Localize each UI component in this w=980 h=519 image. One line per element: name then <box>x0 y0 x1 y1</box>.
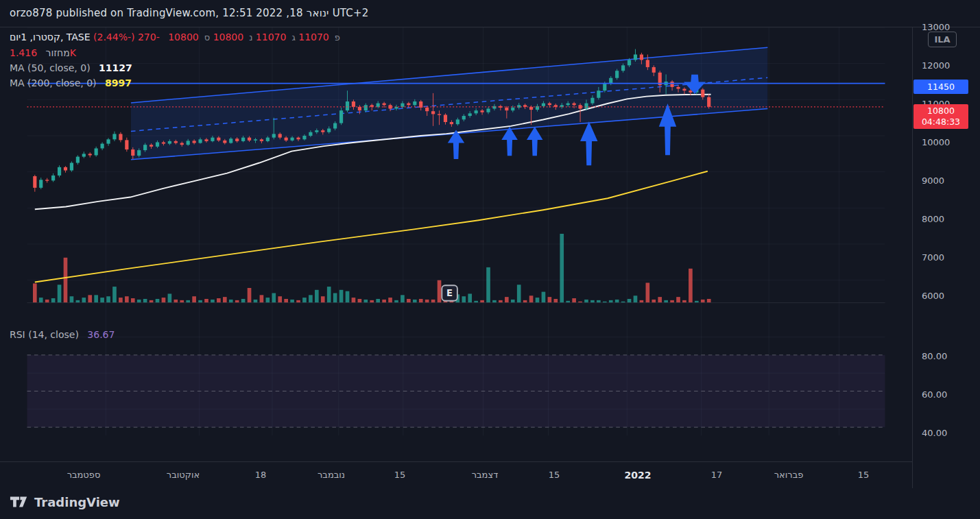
volume-bar <box>634 295 638 302</box>
candle-body <box>339 110 343 123</box>
candle-body <box>33 176 36 188</box>
alert-price-value: 11450 <box>913 82 968 92</box>
rsi-axis-label: 60.00 <box>922 389 947 400</box>
candle-body <box>198 139 202 143</box>
candle-body <box>45 180 49 180</box>
candle-body <box>229 138 232 143</box>
candle-body <box>156 142 159 146</box>
volume-bar <box>676 297 680 302</box>
candle-body <box>438 114 441 114</box>
rsi-legend[interactable]: RSI (14, close) 36.67 <box>10 329 115 340</box>
last-price-label[interactable]: 10800 04:48:33 <box>913 104 968 129</box>
tradingview-logo[interactable]: TradingView <box>10 493 120 511</box>
volume-bar <box>241 299 246 303</box>
chart-canvas[interactable]: E <box>0 27 912 461</box>
candle-body <box>150 145 153 147</box>
volume-bar <box>682 300 686 303</box>
volume-bar <box>143 299 147 303</box>
volume-bar <box>407 299 411 303</box>
volume-bar <box>229 300 233 303</box>
time-axis-label: פברואר <box>774 470 804 480</box>
volume-bar <box>388 298 392 303</box>
ma200-line[interactable] <box>35 171 708 282</box>
volume-bar <box>609 300 613 303</box>
ma200-label: MA (200, close, 0) <box>10 77 97 88</box>
candle-body <box>82 154 86 156</box>
volume-bar <box>204 299 208 303</box>
volume-bar <box>333 293 337 303</box>
volume-bar <box>413 300 417 303</box>
volume-bar <box>382 300 386 303</box>
volume-bar <box>254 300 258 303</box>
volume-bar <box>462 296 466 302</box>
time-scale[interactable]: ספטמבראוקטובר18נובמבר15דצמבר15202217פברו… <box>0 461 912 487</box>
candle-body <box>193 141 196 143</box>
ma200-legend[interactable]: MA (200, close, 0) 8997 <box>10 77 132 88</box>
alert-price-label[interactable]: 11450 <box>913 80 968 94</box>
buy-signal-arrow-up[interactable] <box>527 127 543 156</box>
candle-body <box>88 154 92 155</box>
candle-body <box>291 138 294 141</box>
candle-body <box>450 122 453 124</box>
volume-bar <box>321 296 325 302</box>
volume-bar <box>370 300 374 303</box>
candle-body <box>131 149 134 156</box>
volume-bar <box>652 300 656 303</box>
volume-bar <box>156 299 160 303</box>
symbol-quick-button[interactable]: ILA <box>928 32 957 47</box>
candle-body <box>652 67 656 73</box>
ma50-legend[interactable]: MA (50, close, 0) 11127 <box>10 62 132 73</box>
buy-signal-arrow-up[interactable] <box>580 121 597 165</box>
volume-bar <box>315 290 319 303</box>
volume-bar <box>701 300 705 303</box>
candle-body <box>462 116 466 119</box>
candle-body <box>180 143 184 145</box>
candle-body <box>162 142 165 143</box>
footer-bar: TradingView <box>0 487 980 519</box>
candle-body <box>377 104 380 107</box>
symbol-title: קסטרו, 1יום, TASE <box>10 32 91 43</box>
volume-bar <box>431 300 435 303</box>
buy-signal-arrow-up[interactable] <box>501 127 518 156</box>
volume-bar <box>560 234 564 303</box>
candle-body <box>327 128 331 132</box>
volume-bar <box>284 299 288 303</box>
candle-body <box>615 71 619 78</box>
time-axis-label: 18 <box>255 470 267 480</box>
volume-bar <box>223 297 227 302</box>
volume-bar <box>425 300 429 303</box>
volume-bar <box>480 300 484 303</box>
time-axis-label: 17 <box>711 470 723 480</box>
candle-body <box>352 101 355 107</box>
candle-body <box>597 90 600 98</box>
rsi-label: RSI (14, close) <box>10 329 79 340</box>
volume-bar <box>542 292 546 303</box>
earnings-marker-letter: E <box>446 288 453 298</box>
volume-bar <box>640 300 644 303</box>
price-axis-label: 7000 <box>922 252 944 263</box>
volume-bar <box>548 297 552 302</box>
volume-bar <box>192 296 196 302</box>
price-scale[interactable]: ILA 130001200011000100009000800070006000… <box>912 27 980 488</box>
candle-body <box>70 163 73 171</box>
candle-body <box>628 60 631 65</box>
candle-body <box>321 130 324 132</box>
candle-body <box>413 101 416 105</box>
candle-body <box>333 123 337 129</box>
symbol-legend[interactable]: קסטרו, 1יום, TASE פ11070 ג11070 נ10800 ס… <box>10 32 340 43</box>
tradingview-published-chart: { "header": { "published_line": "orzo878… <box>0 0 980 519</box>
close-value: 10800 <box>168 32 199 43</box>
candle-body <box>235 138 239 141</box>
candle-body <box>302 136 306 139</box>
candle-body <box>95 148 98 155</box>
time-axis-label: 2022 <box>625 470 652 481</box>
volume-legend[interactable]: מחזור 1.416K <box>10 47 76 58</box>
candle-body <box>676 87 680 89</box>
price-axis-label: 8000 <box>922 214 944 224</box>
candle-body <box>431 111 435 114</box>
volume-bar <box>358 299 362 303</box>
volume-bar <box>689 269 693 303</box>
price-axis-label: 9000 <box>922 176 944 186</box>
candle-body <box>383 104 386 106</box>
candle-body <box>505 108 508 110</box>
